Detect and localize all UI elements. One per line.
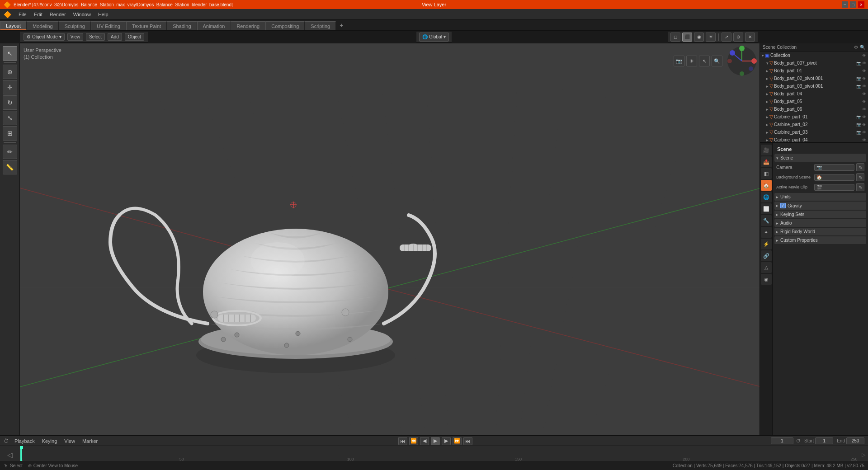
maximize-button[interactable]: □ (850, 1, 856, 8)
camera-restrict-icon[interactable]: 📷 (856, 61, 861, 66)
tab-rendering[interactable]: Rendering (231, 21, 265, 30)
visibility-icon[interactable]: 👁 (862, 130, 866, 135)
view-menu-button[interactable]: View (67, 33, 84, 41)
minimize-button[interactable]: − (842, 1, 848, 8)
visibility-icon[interactable]: 👁 (862, 115, 866, 119)
menu-window[interactable]: Window (70, 9, 94, 19)
modifier-properties-tab[interactable]: 🔧 (761, 215, 772, 226)
particles-properties-tab[interactable]: ✦ (761, 227, 772, 238)
solid-shading-button[interactable]: ⬛ (682, 33, 692, 42)
constraints-properties-tab[interactable]: 🔗 (761, 250, 772, 261)
tab-texture-paint[interactable]: Texture Paint (126, 21, 167, 30)
cursor-icon-btn[interactable]: ↖ (699, 56, 710, 66)
visibility-icon[interactable]: 👁 (862, 61, 866, 66)
play-button[interactable]: ▶ (431, 437, 440, 445)
camera-restrict-icon[interactable]: 📷 (856, 130, 861, 135)
timeline-keying-menu[interactable]: Keying (40, 438, 59, 444)
step-forward-button[interactable]: ▶ (442, 437, 451, 445)
tab-uv-editing[interactable]: UV Editing (91, 21, 126, 30)
show-overlay-button[interactable]: ⊙ (733, 33, 743, 42)
visibility-icon[interactable]: 👁 (862, 53, 866, 58)
xray-button[interactable]: ✕ (745, 33, 755, 42)
jump-to-end-button[interactable]: ⏭ (463, 437, 472, 445)
camera-icon-btn[interactable]: 📷 (674, 56, 684, 66)
menu-render[interactable]: Render (46, 9, 70, 19)
visibility-icon[interactable]: 👁 (862, 107, 866, 112)
gravity-checkbox[interactable]: ✓ (780, 203, 786, 208)
outliner-item-body06[interactable]: ▸ ▽ Body_part_06 👁 (760, 105, 868, 113)
title-bar-controls[interactable]: − □ × (842, 1, 864, 8)
sun-icon-btn[interactable]: ☀ (686, 56, 697, 66)
outliner-item-body01[interactable]: ▸ ▽ Body_part_01 👁 (760, 67, 868, 75)
units-section-header[interactable]: ▸ Units (774, 193, 866, 201)
menu-file[interactable]: File (15, 9, 30, 19)
rigid-body-world-section-header[interactable]: ▸ Rigid Body World (774, 228, 866, 235)
camera-restrict-icon[interactable]: 📷 (856, 122, 861, 127)
outliner-item-carbine03[interactable]: ▸ ▽ Carbine_part_03 📷 👁 (760, 128, 868, 136)
add-menu-button[interactable]: Add (108, 33, 122, 41)
tab-layout[interactable]: Layout (0, 21, 27, 30)
menu-edit[interactable]: Edit (30, 9, 46, 19)
scene-section-header[interactable]: ▾ Scene (774, 154, 866, 162)
visibility-icon[interactable]: 👁 (862, 76, 866, 81)
active-movie-clip-value[interactable]: 🎬 (814, 184, 854, 191)
timeline-view-menu[interactable]: View (62, 438, 77, 444)
tab-modeling[interactable]: Modeling (27, 21, 59, 30)
cursor-tool-button[interactable]: ⊕ (3, 65, 17, 79)
menu-blender[interactable]: 🔶 (0, 9, 15, 19)
material-shading-button[interactable]: ◉ (694, 33, 704, 42)
tab-scripting[interactable]: Scripting (305, 21, 336, 30)
frame-marker-handle[interactable] (20, 446, 23, 449)
rotate-tool-button[interactable]: ↻ (3, 95, 17, 110)
audio-section-header[interactable]: ▸ Audio (774, 219, 866, 227)
camera-restrict-icon[interactable]: 📷 (856, 76, 861, 81)
viewport-canvas[interactable]: User Perspective (1) Collection 📷 ☀ ↖ 🔍 (20, 43, 760, 435)
jump-to-prev-keyframe-button[interactable]: ⏪ (409, 437, 418, 445)
measure-tool-button[interactable]: 📏 (3, 160, 17, 174)
output-properties-tab[interactable]: 📤 (761, 156, 772, 167)
data-properties-tab[interactable]: △ (761, 262, 772, 273)
scale-tool-button[interactable]: ⤡ (3, 111, 17, 125)
background-scene-value[interactable]: 🏠 (814, 174, 854, 181)
camera-restrict-icon[interactable]: 📷 (856, 84, 861, 89)
visibility-icon[interactable]: 👁 (862, 84, 866, 89)
gravity-section-header[interactable]: ▸ ✓ Gravity (774, 202, 866, 210)
outliner-item-body03[interactable]: ▸ ▽ Body_part_03_pivot.001 📷 👁 (760, 82, 868, 90)
active-movie-clip-edit-icon[interactable]: ✎ (856, 183, 864, 191)
timeline-marker-menu[interactable]: Marker (80, 438, 99, 444)
outliner-item-carbine02[interactable]: ▸ ▽ Carbine_part_02 📷 👁 (760, 121, 868, 128)
tab-animation[interactable]: Animation (197, 21, 231, 30)
object-properties-tab[interactable]: ⬜ (761, 203, 772, 214)
outliner-item-carbine04[interactable]: ▸ ▽ Carbine_part_04 👁 (760, 136, 868, 143)
timeline-playback-menu[interactable]: Playback (13, 438, 37, 444)
mode-select-button[interactable]: ⚙ Object Mode ▾ (24, 33, 65, 41)
render-properties-tab[interactable]: 🎥 (761, 145, 772, 155)
visibility-icon[interactable]: 👁 (862, 92, 866, 96)
visibility-icon[interactable]: 👁 (862, 138, 866, 142)
rendered-shading-button[interactable]: ☀ (706, 33, 716, 42)
jump-to-next-keyframe-button[interactable]: ⏩ (453, 437, 462, 445)
transform-tool-button[interactable]: ⊞ (3, 126, 17, 141)
select-tool-button[interactable]: ↖ (3, 46, 17, 61)
move-tool-button[interactable]: ✛ (3, 80, 17, 94)
3d-viewport[interactable]: User Perspective (1) Collection 📷 ☀ ↖ 🔍 (20, 43, 760, 435)
current-frame-input[interactable]: 1 (771, 437, 793, 444)
jump-to-start-button[interactable]: ⏮ (398, 437, 407, 445)
close-button[interactable]: × (858, 1, 864, 8)
material-properties-tab[interactable]: ◉ (761, 274, 772, 285)
menu-help[interactable]: Help (94, 9, 112, 19)
camera-prop-edit-icon[interactable]: ✎ (856, 163, 864, 171)
world-properties-tab[interactable]: 🌐 (761, 192, 772, 202)
view-layer-properties-tab[interactable]: ◧ (761, 168, 772, 179)
start-frame-input[interactable]: 1 (815, 437, 833, 444)
search-icon-btn[interactable]: 🔍 (712, 56, 722, 66)
outliner-filter-icon[interactable]: ⚙ (854, 45, 858, 50)
background-scene-edit-icon[interactable]: ✎ (856, 173, 864, 181)
visibility-icon[interactable]: 👁 (862, 99, 866, 104)
outliner-item-body05[interactable]: ▸ ▽ Body_part_05 👁 (760, 98, 868, 105)
visibility-icon[interactable]: 👁 (862, 69, 866, 73)
object-menu-button[interactable]: Object (125, 33, 144, 41)
tab-add-button[interactable]: + (336, 20, 347, 30)
annotate-tool-button[interactable]: ✏ (3, 145, 17, 159)
step-back-button[interactable]: ◀ (420, 437, 429, 445)
